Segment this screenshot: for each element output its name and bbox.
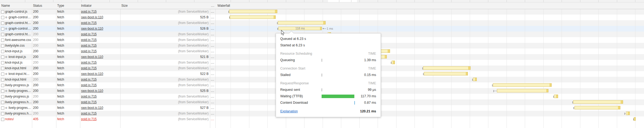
initiator-link[interactable]: swx-boot.js:110: [81, 72, 103, 76]
status-cell: 200: [33, 60, 56, 65]
request-name-cell[interactable]: knot-input.js: [0, 60, 31, 65]
row-checkbox[interactable]: [1, 22, 4, 25]
row-checkbox[interactable]: [1, 56, 4, 59]
waterfall-bar[interactable]: [497, 89, 548, 92]
row-checkbox[interactable]: [1, 112, 4, 115]
request-name-cell[interactable]: ⚙knot-input.ht…: [0, 71, 31, 77]
waterfall-bar[interactable]: [573, 100, 623, 104]
request-name-cell[interactable]: lively-progress.h…: [0, 99, 31, 105]
waterfall-bar[interactable]: [634, 117, 636, 121]
initiator-link[interactable]: poid.js:715: [81, 83, 97, 87]
overview-tick: [414, 0, 415, 2]
table-row[interactable]: graph-control.ht…200fetchpoid.js:715(fro…: [0, 20, 644, 26]
request-name-cell[interactable]: livelystyle.css: [0, 43, 31, 49]
waterfall-bar[interactable]: [424, 72, 468, 75]
request-name: knot-input.js: [9, 54, 26, 60]
row-checkbox[interactable]: [1, 44, 4, 47]
waterfall-bar[interactable]: [493, 83, 552, 87]
row-checkbox[interactable]: [1, 50, 4, 53]
column-header-more[interactable]: ...: [211, 2, 214, 9]
status-cell: 200: [33, 105, 56, 111]
initiator-link[interactable]: poid.js:715: [81, 66, 97, 70]
request-name-cell[interactable]: ⚙knot-input.js: [0, 54, 31, 60]
request-name-cell[interactable]: graph-control.ht…: [0, 20, 31, 26]
table-row[interactable]: ⚙graph-control…200fetchswx-boot.js:11052…: [0, 26, 644, 32]
request-name-cell[interactable]: ⚙lively-progres…: [0, 88, 31, 94]
waterfall-bar[interactable]: [626, 112, 630, 115]
row-checkbox[interactable]: [1, 72, 4, 76]
request-name-cell[interactable]: font-awesome.css: [0, 37, 31, 43]
table-row[interactable]: graph-control.js200fetchpoid.js:715(from…: [0, 9, 644, 15]
initiator-link[interactable]: poid.js:715: [81, 49, 97, 53]
request-name-cell[interactable]: graph-control.ht…: [0, 32, 31, 37]
row-checkbox[interactable]: [1, 106, 4, 110]
row-checkbox[interactable]: [1, 39, 4, 42]
overview-tick: [138, 0, 138, 2]
waterfall-bar[interactable]: [423, 66, 471, 70]
gear-icon: ⚙: [5, 26, 8, 32]
waterfall-bar[interactable]: [554, 95, 558, 98]
column-header-initiator[interactable]: Initiator: [81, 2, 92, 9]
initiator-link[interactable]: poid.js:715: [81, 95, 97, 98]
request-name-cell[interactable]: lively-progress.h…: [0, 111, 31, 116]
initiator-link[interactable]: swx-boot.js:110: [81, 15, 103, 19]
row-checkbox[interactable]: [1, 95, 4, 98]
initiator-link[interactable]: poid.js:715: [81, 10, 97, 13]
overview-tick: [562, 0, 562, 2]
request-name-cell[interactable]: lively-progress.js: [0, 94, 31, 99]
size-cell: 521 B: [120, 54, 209, 60]
row-checkbox[interactable]: [1, 118, 4, 121]
initiator-link[interactable]: poid.js:715: [81, 100, 97, 104]
initiator-link[interactable]: poid.js:715: [81, 32, 97, 36]
request-name-cell[interactable]: ⚙graph-control…: [0, 26, 31, 32]
row-checkbox[interactable]: [1, 61, 4, 64]
row-checkbox[interactable]: [1, 27, 4, 30]
initiator-link[interactable]: swx-boot.js:110: [81, 27, 103, 30]
waterfall-bar[interactable]: [230, 15, 276, 19]
initiator-link[interactable]: poid.js:715: [81, 117, 97, 121]
waterfall-bar[interactable]: [229, 10, 277, 13]
request-name-cell[interactable]: knot-input.html: [0, 77, 31, 82]
request-name-cell[interactable]: ⚙graph-control…: [0, 15, 31, 20]
explanation-link[interactable]: Explanation: [280, 108, 360, 115]
row-checkbox[interactable]: [1, 84, 4, 87]
request-name-cell[interactable]: knot-input.html: [0, 65, 31, 71]
column-header-name[interactable]: Name: [1, 2, 10, 9]
size-cell: (from ServiceWorker): [120, 65, 209, 71]
table-row[interactable]: notes/405fetchpoid.js:715(from ServiceWo…: [0, 116, 644, 122]
request-name-cell[interactable]: lively-progress.js: [0, 82, 31, 88]
initiator-link[interactable]: poid.js:715: [81, 21, 97, 25]
initiator-link[interactable]: poid.js:715: [81, 78, 97, 81]
column-header-type[interactable]: Type: [57, 2, 64, 9]
column-header-waterfall[interactable]: Waterfall: [217, 2, 230, 9]
request-name-cell[interactable]: graph-control.js: [0, 9, 31, 15]
row-checkbox[interactable]: [1, 16, 4, 19]
overview-tick: [267, 0, 268, 2]
table-header: Name Status Type Initiator Size ... Wate…: [0, 2, 644, 9]
row-checkbox[interactable]: [1, 78, 4, 81]
request-name-cell[interactable]: notes/: [0, 116, 31, 122]
initiator-link[interactable]: poid.js:715: [81, 112, 97, 115]
waterfall-bar[interactable]: [278, 21, 326, 25]
row-checkbox[interactable]: [1, 67, 4, 70]
waterfall-bar[interactable]: [392, 61, 395, 64]
gear-icon: ⚙: [5, 105, 8, 111]
initiator-link[interactable]: swx-boot.js:110: [81, 55, 103, 59]
row-checkbox[interactable]: [1, 33, 4, 36]
waterfall-bar[interactable]: [574, 106, 620, 109]
waterfall-bar[interactable]: [473, 78, 477, 81]
initiator-link[interactable]: swx-boot.js:110: [81, 89, 103, 93]
request-name-cell[interactable]: ⚙lively-progres…: [0, 105, 31, 111]
initiator-link[interactable]: poid.js:715: [81, 38, 97, 42]
initiator-link[interactable]: poid.js:715: [81, 44, 97, 47]
row-checkbox[interactable]: [1, 101, 4, 104]
request-name-cell[interactable]: knot-input.js: [0, 49, 31, 54]
bar-start-tick: [553, 96, 554, 98]
column-header-status[interactable]: Status: [33, 2, 42, 9]
initiator-link[interactable]: swx-boot.js:110: [81, 106, 103, 110]
table-row[interactable]: ⚙graph-control…200fetchswx-boot.js:11052…: [0, 15, 644, 20]
initiator-link[interactable]: poid.js:715: [81, 61, 97, 64]
column-header-size[interactable]: Size: [121, 2, 128, 9]
row-checkbox[interactable]: [1, 89, 4, 93]
row-checkbox[interactable]: [1, 10, 4, 13]
